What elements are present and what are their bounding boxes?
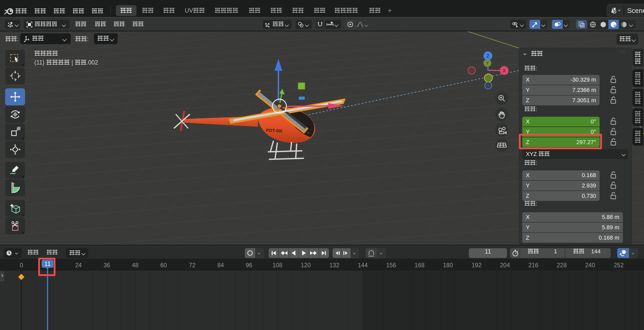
- svg-text:Y: Y: [486, 61, 489, 66]
- svg-text:X: X: [503, 68, 506, 73]
- svg-text:Z: Z: [487, 53, 489, 59]
- svg-text:PDT-00I: PDT-00I: [266, 128, 282, 133]
